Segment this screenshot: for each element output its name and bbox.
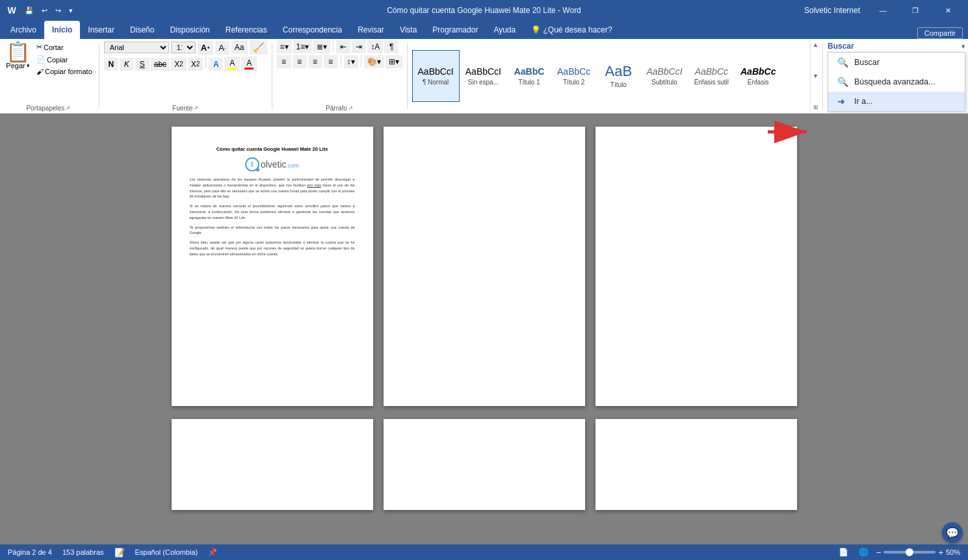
language-indicator: Español (Colombia) — [135, 548, 198, 556]
restore-button[interactable]: ❐ — [900, 0, 930, 21]
proofing-icon[interactable]: 📝 — [114, 548, 125, 557]
align-center-button[interactable]: ≡ — [293, 55, 307, 68]
subscript-button[interactable]: X2 — [171, 58, 187, 71]
styles-scroll-down[interactable]: ▼ — [811, 71, 820, 81]
redo-button[interactable]: ↪ — [53, 5, 64, 16]
tab-insertar[interactable]: Insertar — [80, 21, 122, 39]
tab-programador[interactable]: Programador — [425, 21, 486, 39]
fuente-divider — [205, 57, 206, 68]
find-option-advanced[interactable]: 🔍 Búsqueda avanzada... — [828, 72, 965, 92]
style-sin-espaciado[interactable]: AaBbCcI Sin espa... — [460, 50, 507, 102]
style-titulo1[interactable]: AaBbC Título 1 — [507, 50, 551, 102]
parrafo-group-label[interactable]: Párrafo ↗ — [326, 103, 353, 112]
multilevel-list-button[interactable]: ≣▾ — [313, 40, 330, 53]
save-button[interactable]: 💾 — [22, 5, 36, 16]
tab-archivo[interactable]: Archivo — [3, 21, 44, 39]
language-icon[interactable]: 📌 — [208, 548, 217, 557]
clear-format-button[interactable]: 🧹 — [250, 40, 267, 55]
tab-inicio[interactable]: Inicio — [44, 21, 80, 39]
print-layout-view-button[interactable]: 📄 — [836, 546, 851, 558]
show-marks-button[interactable]: ¶ — [384, 40, 399, 53]
align-row: ≡ ≡ ≡ ≡ ↕▾ 🎨▾ ⊞▾ — [277, 55, 402, 68]
style-titulo2[interactable]: AaBbCc Título 2 — [551, 50, 596, 102]
find-option-buscar[interactable]: 🔍 Buscar — [828, 53, 965, 72]
style-normal[interactable]: AaBbCcI ¶ Normal — [412, 50, 460, 102]
fuente-expand-icon[interactable]: ↗ — [194, 105, 198, 111]
portapapeles-expand-icon[interactable]: ↗ — [66, 105, 70, 111]
numbering-button[interactable]: 1≡▾ — [293, 40, 313, 53]
tab-disposicion[interactable]: Disposición — [162, 21, 217, 39]
decrease-font-button[interactable]: A- — [215, 41, 229, 55]
quick-access-toolbar: 💾 ↩ ↪ ▾ — [22, 5, 75, 16]
zoom-in-button[interactable]: + — [938, 548, 943, 557]
zoom-slider[interactable] — [883, 551, 935, 554]
styles-expand[interactable]: ⊞ — [811, 103, 820, 112]
bold-button[interactable]: N — [104, 58, 118, 71]
style-enfasis-sutil[interactable]: AaBbCc Énfasis sutil — [688, 50, 735, 102]
search-icon: 🔍 — [837, 57, 848, 68]
shading-button[interactable]: 🎨▾ — [364, 55, 384, 68]
sort-button[interactable]: ↕A — [367, 40, 383, 53]
underline-text: aún más — [307, 183, 321, 187]
change-case-button[interactable]: Aа — [231, 41, 248, 54]
doc-main-title: Cómo quitar cuenta Google Huawei Mate 20… — [190, 146, 355, 152]
justify-button[interactable]: ≡ — [324, 55, 338, 68]
increase-font-button[interactable]: A+ — [198, 41, 213, 55]
paste-button[interactable]: 📋 Pegar▾ — [3, 40, 33, 71]
parrafo-expand-icon[interactable]: ↗ — [348, 105, 353, 111]
zoom-out-button[interactable]: − — [876, 548, 882, 557]
style-normal-preview: AaBbCcI — [418, 67, 454, 76]
clipboard-small-actions: ✂ Cortar 📄 Copiar 🖌 Copiar formato — [34, 40, 94, 77]
web-layout-view-button[interactable]: 🌐 — [856, 546, 871, 558]
close-button[interactable]: ✕ — [933, 0, 963, 21]
page-2 — [384, 127, 585, 406]
estilos-list: AaBbCcI ¶ Normal AaBbCcI Sin espa... AaB… — [410, 39, 810, 113]
find-option-goto[interactable]: ➜ Ir a... — [828, 92, 965, 111]
share-button[interactable]: Compartir — [917, 27, 963, 39]
copy-button[interactable]: 📄 Copiar — [34, 54, 94, 65]
text-effects-button[interactable]: A — [209, 58, 223, 71]
tab-correspondencia[interactable]: Correspondencia — [275, 21, 350, 39]
underline-button[interactable]: S — [135, 58, 150, 71]
style-titulo2-preview: AaBbCc — [557, 67, 590, 76]
strikethrough-button[interactable]: abc — [151, 58, 170, 71]
advanced-search-icon: 🔍 — [837, 77, 848, 87]
line-spacing-button[interactable]: ↕▾ — [344, 55, 358, 68]
bullets-button[interactable]: ≡▾ — [277, 40, 292, 53]
cut-button[interactable]: ✂ Cortar — [34, 42, 94, 53]
font-size-select[interactable]: 11 — [171, 42, 196, 53]
tab-ayuda[interactable]: Ayuda — [486, 21, 523, 39]
style-titulo[interactable]: AaB Título — [596, 50, 640, 102]
align-left-button[interactable]: ≡ — [277, 55, 291, 68]
doc-paragraph-4: Ahora bien, puede ser que por alguna raz… — [190, 240, 355, 257]
styles-scroll-up[interactable]: ▲ — [811, 40, 820, 49]
tab-diseno[interactable]: Diseño — [122, 21, 162, 39]
font-family-select[interactable]: Arial — [104, 42, 169, 53]
tab-vista[interactable]: Vista — [392, 21, 425, 39]
format-painter-button[interactable]: 🖌 Copiar formato — [34, 66, 94, 77]
italic-button[interactable]: K — [120, 58, 134, 71]
customize-quick-access-button[interactable]: ▾ — [66, 5, 75, 16]
style-enfasis[interactable]: AaBbCc Énfasis — [735, 50, 781, 102]
tab-help-search[interactable]: 💡 ¿Qué desea hacer? — [523, 21, 620, 39]
zoom-thumb — [906, 548, 913, 556]
chat-button[interactable]: 💬 — [942, 522, 963, 543]
title-bar-left: W 💾 ↩ ↪ ▾ — [5, 4, 75, 17]
fuente-group-label[interactable]: Fuente ↗ — [172, 103, 198, 112]
font-color-button[interactable]: A — [241, 57, 257, 71]
highlight-color-button[interactable]: A — [224, 57, 240, 71]
tab-referencias[interactable]: Referencias — [218, 21, 275, 39]
tab-revisar[interactable]: Revisar — [350, 21, 392, 39]
increase-indent-button[interactable]: ⇥ — [352, 40, 366, 53]
align-right-button[interactable]: ≡ — [308, 55, 322, 68]
borders-button[interactable]: ⊞▾ — [386, 55, 402, 68]
find-dropdown-button[interactable]: ▾ — [961, 42, 965, 51]
decrease-indent-button[interactable]: ⇤ — [336, 40, 350, 53]
minimize-button[interactable]: — — [868, 0, 898, 21]
style-subtitulo[interactable]: AaBbCcI Subtítulo — [640, 50, 688, 102]
find-group-title: Buscar — [828, 42, 854, 51]
style-titulo1-label: Título 1 — [518, 79, 540, 86]
undo-button[interactable]: ↩ — [39, 5, 50, 16]
portapapeles-group-label[interactable]: Portapapeles ↗ — [26, 103, 70, 112]
superscript-button[interactable]: X2 — [188, 58, 203, 71]
